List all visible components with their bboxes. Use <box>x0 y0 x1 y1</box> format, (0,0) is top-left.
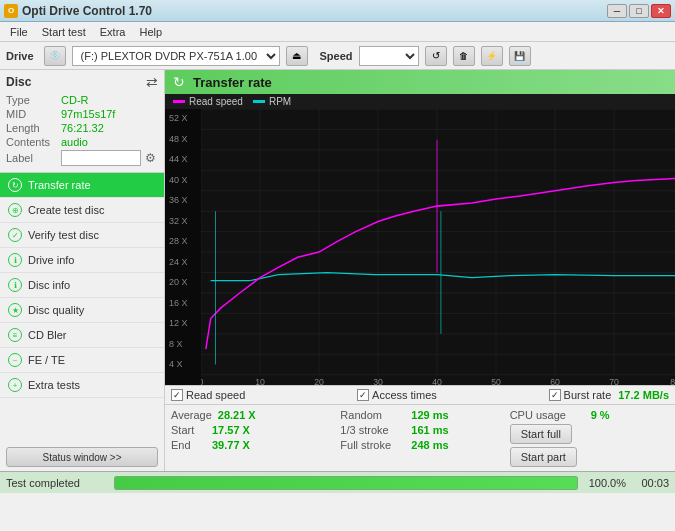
speed-select[interactable] <box>359 46 419 66</box>
stats-col-3: CPU usage 9 % Start full Start part <box>510 409 669 467</box>
nav-extra-tests-label: Extra tests <box>28 379 80 391</box>
disc-mid-label: MID <box>6 108 61 120</box>
nav-disc-info-label: Disc info <box>28 279 70 291</box>
start-part-row: Start part <box>510 447 669 467</box>
drive-label: Drive <box>6 50 34 62</box>
svg-text:10: 10 <box>255 377 265 385</box>
disc-label-input[interactable] <box>61 150 141 166</box>
cpu-value: 9 % <box>591 409 626 421</box>
nav-fe-te[interactable]: ~ FE / TE <box>0 348 164 373</box>
gear-icon[interactable]: ⚙ <box>145 151 156 165</box>
refresh-button[interactable]: ↺ <box>425 46 447 66</box>
disc-label-text: Label <box>6 152 61 164</box>
cpu-row: CPU usage 9 % <box>510 409 669 421</box>
y-12: 12 X <box>169 318 197 328</box>
y-36: 36 X <box>169 195 197 205</box>
start-row: Start 17.57 X <box>171 424 330 436</box>
avg-row: Average 28.21 X <box>171 409 330 421</box>
stats-col-1: Average 28.21 X Start 17.57 X End 39.77 … <box>171 409 330 467</box>
nav-cd-bler-label: CD Bler <box>28 329 67 341</box>
menu-bar: File Start test Extra Help <box>0 22 675 42</box>
menu-file[interactable]: File <box>4 24 34 40</box>
save-button[interactable]: 💾 <box>509 46 531 66</box>
title-bar: O Opti Drive Control 1.70 ─ □ ✕ <box>0 0 675 22</box>
access-times-checkbox-label: Access times <box>372 389 437 401</box>
legend-rpm-label: RPM <box>269 96 291 107</box>
drive-select[interactable]: (F:) PLEXTOR DVDR PX-751A 1.00 <box>72 46 280 66</box>
progress-percentage: 100.0% <box>586 477 626 489</box>
disc-expand-icon[interactable]: ⇄ <box>146 74 158 90</box>
menu-start-test[interactable]: Start test <box>36 24 92 40</box>
disc-section: Disc ⇄ Type CD-R MID 97m15s17f Length 76… <box>0 70 164 173</box>
disc-quality-icon: ★ <box>8 303 22 317</box>
svg-text:70: 70 <box>609 377 619 385</box>
nav-extra-tests[interactable]: + Extra tests <box>0 373 164 398</box>
burn-button[interactable]: ⚡ <box>481 46 503 66</box>
minimize-button[interactable]: ─ <box>607 4 627 18</box>
chart-icon: ↻ <box>173 74 185 90</box>
y-axis: 52 X 48 X 44 X 40 X 36 X 32 X 28 X 24 X … <box>165 109 201 385</box>
cpu-label: CPU usage <box>510 409 585 421</box>
chart-body: 52 X 48 X 44 X 40 X 36 X 32 X 28 X 24 X … <box>165 109 675 385</box>
disc-mid-value: 97m15s17f <box>61 108 115 120</box>
y-20: 20 X <box>169 277 197 287</box>
disc-info-icon: ℹ <box>8 278 22 292</box>
verify-test-disc-icon: ✓ <box>8 228 22 242</box>
nav-create-test-disc-label: Create test disc <box>28 204 104 216</box>
title-bar-left: O Opti Drive Control 1.70 <box>4 4 152 18</box>
y-16: 16 X <box>169 298 197 308</box>
nav-disc-info[interactable]: ℹ Disc info <box>0 273 164 298</box>
y-4: 4 X <box>169 359 197 369</box>
nav-create-test-disc[interactable]: ⊕ Create test disc <box>0 198 164 223</box>
onethird-value: 161 ms <box>411 424 456 436</box>
avg-value: 28.21 X <box>218 409 263 421</box>
disc-contents-value: audio <box>61 136 88 148</box>
disc-type-label: Type <box>6 94 61 106</box>
sidebar: Disc ⇄ Type CD-R MID 97m15s17f Length 76… <box>0 70 165 471</box>
nav-transfer-rate[interactable]: ↻ Transfer rate <box>0 173 164 198</box>
status-bar: Test completed 100.0% 00:03 <box>0 471 675 493</box>
menu-extra[interactable]: Extra <box>94 24 132 40</box>
fullstroke-label: Full stroke <box>340 439 405 451</box>
disc-label-row: Label ⚙ <box>6 150 158 166</box>
progress-container <box>114 476 578 490</box>
disc-length-label: Length <box>6 122 61 134</box>
disc-mid-row: MID 97m15s17f <box>6 108 158 120</box>
maximize-button[interactable]: □ <box>629 4 649 18</box>
read-speed-checkbox-label: Read speed <box>186 389 245 401</box>
read-speed-checkbox[interactable]: ✓ <box>171 389 183 401</box>
random-row: Random 129 ms <box>340 409 499 421</box>
create-test-disc-icon: ⊕ <box>8 203 22 217</box>
nav-disc-quality[interactable]: ★ Disc quality <box>0 298 164 323</box>
menu-help[interactable]: Help <box>133 24 168 40</box>
svg-rect-0 <box>201 109 675 385</box>
fullstroke-value: 248 ms <box>411 439 456 451</box>
disc-length-value: 76:21.32 <box>61 122 104 134</box>
nav-cd-bler[interactable]: ≡ CD Bler <box>0 323 164 348</box>
status-text: Test completed <box>6 477 106 489</box>
nav-verify-test-disc[interactable]: ✓ Verify test disc <box>0 223 164 248</box>
burst-rate-checkbox[interactable]: ✓ <box>549 389 561 401</box>
disc-header: Disc ⇄ <box>6 74 158 90</box>
legend-read-speed-color <box>173 100 185 103</box>
chart-canvas: 0 10 20 30 40 50 60 70 80 min <box>201 109 675 385</box>
random-value: 129 ms <box>411 409 456 421</box>
nav-drive-info[interactable]: ℹ Drive info <box>0 248 164 273</box>
erase-button[interactable]: 🗑 <box>453 46 475 66</box>
disc-type-row: Type CD-R <box>6 94 158 106</box>
disc-section-title: Disc <box>6 75 31 89</box>
close-button[interactable]: ✕ <box>651 4 671 18</box>
start-part-button[interactable]: Start part <box>510 447 577 467</box>
onethird-row: 1/3 stroke 161 ms <box>340 424 499 436</box>
y-8: 8 X <box>169 339 197 349</box>
nav-transfer-rate-label: Transfer rate <box>28 179 91 191</box>
chart-svg: 0 10 20 30 40 50 60 70 80 min <box>201 109 675 385</box>
svg-text:50: 50 <box>491 377 501 385</box>
eject-button[interactable]: ⏏ <box>286 46 308 66</box>
access-times-checkbox[interactable]: ✓ <box>357 389 369 401</box>
status-window-button[interactable]: Status window >> <box>6 447 158 467</box>
start-full-button[interactable]: Start full <box>510 424 572 444</box>
chart-title: Transfer rate <box>193 75 272 90</box>
progress-bar <box>115 477 577 489</box>
y-28: 28 X <box>169 236 197 246</box>
